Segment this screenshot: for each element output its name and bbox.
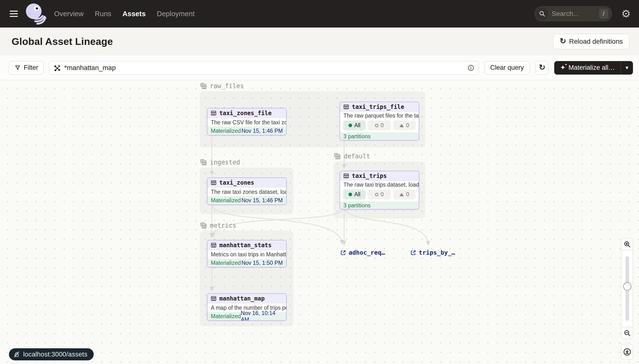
info-icon[interactable] [467, 64, 474, 71]
gear-icon[interactable]: ⚙︎ [621, 8, 631, 19]
materialize-all-label: Materialize all… [568, 64, 615, 72]
clear-query-button[interactable]: Clear query [484, 61, 530, 74]
asset-status-bar: 3 partitions [340, 202, 419, 209]
group-label-ingested[interactable]: ingested [200, 158, 240, 166]
asset-description: The raw taxi trips dataset, loaded into … [340, 181, 419, 188]
group-name: raw_files [210, 82, 244, 90]
asset-name: taxi_zones [219, 179, 254, 186]
zoom-controls [621, 238, 633, 339]
download-graph-button[interactable] [621, 344, 633, 360]
asset-name: manhattan_stats [219, 242, 272, 248]
failed-triangle-icon [399, 124, 404, 127]
asset-status-bar: Materialized Nov 15, 1:46 PM [207, 127, 286, 135]
reload-definitions-button[interactable]: ↻ Reload definitions [553, 34, 629, 49]
search-input[interactable]: Search... / [534, 6, 612, 22]
partitions-count: 3 partitions [343, 202, 371, 209]
refresh-icon: ↻ [560, 37, 566, 45]
materialized-timestamp[interactable]: Nov 16, 10:14 AM [241, 310, 283, 321]
graph-icon [54, 64, 61, 72]
top-nav: Overview Runs Assets Deployment Search..… [0, 0, 639, 28]
lineage-toolbar: Filter *manhattan_map Clear query ↻ ✦ Ma… [0, 56, 639, 80]
asset-name: manhattan_map [219, 295, 265, 302]
partition-pill-label: All [354, 191, 361, 198]
materialized-timestamp[interactable]: Nov 15, 1:46 PM [242, 197, 283, 204]
group-label-metrics[interactable]: metrics [200, 222, 236, 229]
zoom-in-button[interactable] [621, 238, 633, 250]
clear-query-label: Clear query [490, 64, 524, 72]
partition-pill-label: 0 [381, 122, 384, 129]
url-status-pill: localhost:3000/assets [9, 348, 94, 360]
menu-icon[interactable] [10, 10, 20, 17]
nav-item-deployment[interactable]: Deployment [157, 10, 195, 18]
table-icon [211, 296, 217, 302]
chevron-down-icon: ▾ [625, 64, 628, 71]
external-asset-name: trips_by_… [419, 249, 455, 256]
asset-name: taxi_trips [352, 172, 387, 179]
asset-description: The raw parquet files for the taxi trips… [340, 112, 419, 120]
materialize-all-split-button: ✦ Materialize all… ▾ [554, 61, 633, 74]
partition-pill-label: 0 [406, 122, 409, 129]
materialized-timestamp[interactable]: Nov 15, 1:50 PM [242, 260, 283, 266]
nav-item-runs[interactable]: Runs [95, 10, 111, 18]
materialized-timestamp[interactable]: Nov 15, 1:46 PM [242, 128, 283, 134]
partition-health-row: All 0 0 [340, 120, 419, 132]
asset-status-bar: 3 partitions [340, 132, 419, 140]
asset-node-taxi-trips[interactable]: taxi_trips The raw taxi trips dataset, l… [340, 171, 419, 210]
asset-group-icon [200, 158, 207, 166]
asset-query-input[interactable]: *manhattan_map [49, 61, 479, 74]
success-dot-icon [348, 192, 352, 196]
partition-health-row: All 0 0 [340, 188, 419, 202]
nav-links: Overview Runs Assets Deployment [54, 10, 195, 18]
zoom-out-icon [623, 330, 631, 337]
group-label-default[interactable]: default [334, 152, 370, 160]
external-asset-name: adhoc_req… [349, 249, 385, 256]
zoom-slider[interactable] [621, 250, 633, 327]
asset-node-taxi-zones-file[interactable]: taxi_zones_file The raw CSV file for the… [207, 108, 287, 136]
external-asset-adhoc-request[interactable]: adhoc_req… [340, 249, 385, 256]
partition-pill-missing[interactable]: 0 [368, 190, 390, 200]
refresh-graph-button[interactable]: ↻ [535, 61, 549, 74]
search-icon [536, 8, 548, 20]
materialized-status: Materialized [211, 128, 241, 134]
dagster-logo[interactable] [24, 2, 47, 26]
table-icon [211, 180, 217, 186]
group-label-raw-files[interactable]: raw_files [200, 82, 244, 90]
asset-node-manhattan-map[interactable]: manhattan_map A map of the number of tri… [207, 293, 287, 321]
filter-label: Filter [24, 64, 38, 72]
asset-status-bar: Materialized Nov 16, 10:14 AM [207, 312, 286, 320]
filter-button[interactable]: Filter [9, 61, 44, 74]
nav-item-assets[interactable]: Assets [123, 10, 146, 18]
asset-status-bar: Materialized Nov 15, 1:50 PM [207, 259, 286, 267]
external-asset-trips-by-week[interactable]: trips_by_… [410, 249, 455, 256]
partition-pill-missing[interactable]: 0 [368, 120, 390, 130]
zoom-slider-handle[interactable] [623, 282, 631, 290]
page-header: Global Asset Lineage ↻ Reload definition… [0, 28, 639, 56]
group-name: metrics [210, 222, 236, 229]
asset-description: Metrics on taxi trips in Manhattan [207, 250, 286, 259]
external-link-icon [340, 250, 346, 256]
materialize-options-caret[interactable]: ▾ [621, 61, 633, 74]
table-icon [211, 110, 217, 116]
materialize-all-button[interactable]: ✦ Materialize all… [554, 61, 621, 74]
asset-description: The raw taxi zones dataset, loaded int..… [207, 188, 286, 196]
search-placeholder: Search... [552, 10, 599, 18]
partition-pill-all[interactable]: All [343, 190, 366, 200]
slash-shortcut-badge: / [599, 9, 608, 19]
page-title: Global Asset Lineage [12, 36, 113, 47]
materialized-status: Materialized [211, 260, 241, 266]
partition-pill-all[interactable]: All [343, 120, 366, 130]
asset-lineage-canvas[interactable]: raw_files ingested default metrics [0, 80, 639, 364]
materialized-status: Materialized [211, 197, 241, 204]
refresh-icon: ↻ [539, 64, 545, 71]
asset-node-taxi-trips-file[interactable]: taxi_trips_file The raw parquet files fo… [340, 102, 419, 140]
filter-funnel-icon [15, 65, 21, 71]
table-icon [343, 104, 349, 110]
partition-pill-failed[interactable]: 0 [393, 120, 416, 130]
asset-group-icon [334, 152, 341, 160]
zoom-out-button[interactable] [621, 327, 633, 339]
partition-pill-label: All [354, 122, 361, 129]
asset-node-taxi-zones[interactable]: taxi_zones The raw taxi zones dataset, l… [207, 178, 287, 205]
partition-pill-failed[interactable]: 0 [393, 190, 416, 200]
nav-item-overview[interactable]: Overview [54, 10, 84, 18]
asset-node-manhattan-stats[interactable]: manhattan_stats Metrics on taxi trips in… [207, 240, 287, 268]
